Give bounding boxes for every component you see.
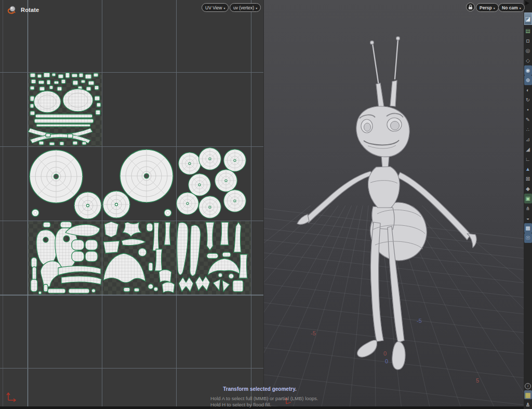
help-overlay: Transform selected geometry. Hold A to s… xyxy=(210,386,309,408)
grid-label-x-neg5: -5 xyxy=(311,330,316,336)
toolbar-bottom-icons: i▦▴ xyxy=(524,382,532,409)
chevron-down-icon: ▾ xyxy=(494,6,495,10)
uv-mode-dropdown-label: uv (vertex) xyxy=(233,5,254,10)
uv-island-group-discs xyxy=(30,148,246,219)
viewport-canvas: -5 0 5 0 -5 xyxy=(264,0,524,409)
ant-model[interactable] xyxy=(297,37,476,370)
viewport-lock-button[interactable] xyxy=(466,3,475,11)
rotate-tool-icon xyxy=(7,5,17,15)
antenna-rods xyxy=(373,39,398,86)
help-line-1: Hold A to select full (MMB) or partial (… xyxy=(210,396,309,402)
camera-dropdown-label: No cam xyxy=(502,5,518,10)
eject-icon[interactable]: ▴ xyxy=(524,400,532,407)
light-gem-icon[interactable]: ◇ xyxy=(524,56,532,65)
uv-axis-indicator xyxy=(7,393,16,402)
diamond-tool-icon[interactable]: ◆ xyxy=(524,184,532,194)
lock-icon xyxy=(469,7,472,9)
grid-label-z-neg5: -5 xyxy=(417,318,422,324)
connector-icon[interactable]: ⋔ xyxy=(524,203,532,213)
help-title: Transform selected geometry. xyxy=(210,386,309,392)
grid-label-x-pos5: 5 xyxy=(476,377,479,384)
active-tool-header: Rotate xyxy=(7,5,39,15)
chevron-down-icon: ▾ xyxy=(256,6,257,10)
toolbar-corner-handle[interactable] xyxy=(525,1,529,5)
uv-view-dropdown-label: UV View xyxy=(205,5,222,10)
point-icon[interactable]: • xyxy=(524,105,532,115)
light-bulb-icon[interactable]: ◉ xyxy=(524,65,532,75)
vertex-index-icon[interactable]: ∴ xyxy=(524,125,532,134)
pin-icon[interactable]: ☉ xyxy=(524,233,532,243)
lock-icon[interactable]: ◘ xyxy=(524,36,532,46)
chevron-down-icon: ▾ xyxy=(520,6,521,10)
visibility-eye-icon[interactable]: ◐ xyxy=(524,85,532,95)
uv-editor-panel[interactable] xyxy=(0,0,264,409)
rotate-sphere-icon[interactable]: ↻ xyxy=(524,95,532,105)
uv-mode-dropdown[interactable]: uv (vertex) ▾ xyxy=(230,3,261,12)
render-preview-icon[interactable]: ▩ xyxy=(524,223,532,233)
image-map-icon[interactable]: ▤ xyxy=(524,26,532,36)
wire-sphere-icon[interactable]: ◒ xyxy=(524,213,532,223)
tool-name-label: Rotate xyxy=(21,7,39,13)
info-icon[interactable]: i xyxy=(524,382,532,390)
viewport-preview-icon[interactable]: ◪ xyxy=(524,12,532,25)
corner-ruler-icon[interactable]: ∟ xyxy=(524,154,532,164)
ghost-mode-icon[interactable]: ◎ xyxy=(524,46,532,56)
grid-label-z-zero: 0 xyxy=(385,358,388,364)
sphere-widget-icon[interactable]: ⊕ xyxy=(524,75,532,85)
chevron-down-icon: ▾ xyxy=(223,6,225,10)
perspective-dropdown-label: Persp xyxy=(480,5,492,10)
paint-brush-icon[interactable]: ⊿ xyxy=(524,134,532,144)
viewport-toolbar[interactable]: ◪▤◘◎◇◉⊕◐↻•✎∴⊿◢∟▲⊠◆▣⋔◒▩☉ i▦▴ xyxy=(524,0,532,409)
grid-panel-icon[interactable]: ▦ xyxy=(524,390,532,399)
no-texture-icon[interactable]: ⊠ xyxy=(524,174,532,184)
sculpt-brush-icon[interactable]: ◢ xyxy=(524,144,532,154)
grid-label-x-zero: 0 xyxy=(383,350,387,357)
uv-canvas xyxy=(0,0,264,409)
camera-icon[interactable]: ▣ xyxy=(524,194,532,203)
panel-divider xyxy=(263,0,264,409)
pen-tool-icon[interactable]: ✎ xyxy=(524,115,532,125)
uv-view-dropdown[interactable]: UV View ▾ xyxy=(202,3,229,12)
perspective-viewport[interactable]: -5 0 5 0 -5 xyxy=(264,0,524,409)
help-line-2: Hold H to select by flood fill. xyxy=(210,402,309,408)
toolbar-icon-stack: ◪▤◘◎◇◉⊕◐↻•✎∴⊿◢∟▲⊠◆▣⋔◒▩☉ xyxy=(524,12,532,243)
camera-dropdown[interactable]: No cam ▾ xyxy=(498,3,525,12)
perspective-dropdown[interactable]: Persp ▾ xyxy=(476,3,499,12)
cone-tool-icon[interactable]: ▲ xyxy=(524,164,532,174)
